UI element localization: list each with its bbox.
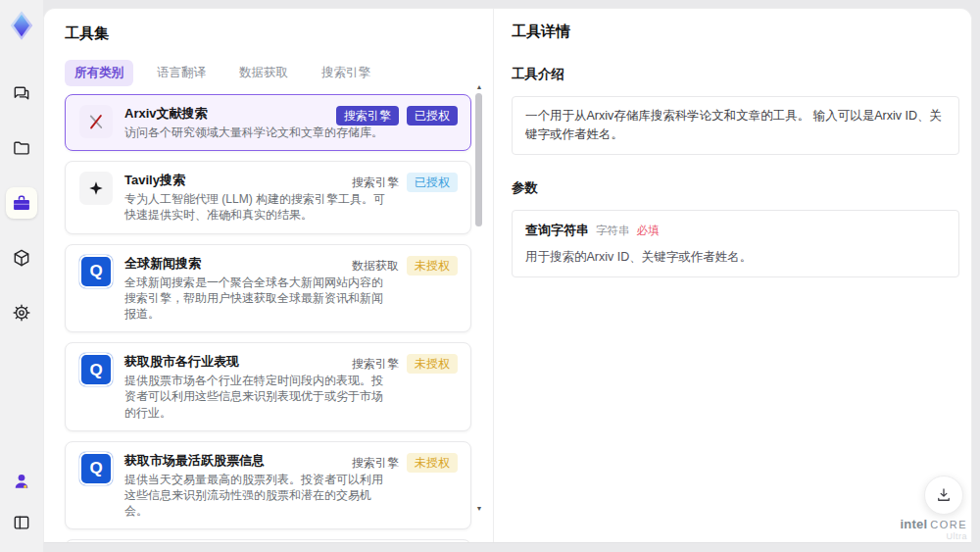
list-scrollbar: ▲ ▼ bbox=[473, 77, 485, 542]
sidebar-item-settings[interactable] bbox=[6, 297, 37, 328]
tool-list: Arxiv文献搜索 访问各个研究领域大量科学论文和文章的存储库。 搜索引擎 已授… bbox=[44, 94, 493, 542]
download-button[interactable] bbox=[924, 476, 963, 515]
scroll-down-arrow-icon[interactable]: ▼ bbox=[473, 505, 485, 512]
download-icon bbox=[935, 486, 953, 504]
sidebar-bottom bbox=[6, 466, 37, 538]
tab-search-engine[interactable]: 搜索引擎 bbox=[312, 60, 380, 86]
panel-toggle-icon bbox=[12, 513, 31, 532]
gem-logo-icon bbox=[6, 10, 37, 41]
tools-list-panel: 工具集 所有类别 语言翻译 数据获取 搜索引擎 Arxiv文献搜索 访问各个研究… bbox=[44, 9, 493, 542]
intel-wordmark: intel bbox=[900, 518, 927, 530]
arxiv-x-icon bbox=[79, 105, 113, 138]
tool-description: 提供股票市场各个行业在特定时间段内的表现。投资者可以利用这些信息来识别表现优于或… bbox=[124, 373, 391, 421]
tab-data-acquisition[interactable]: 数据获取 bbox=[229, 60, 298, 86]
status-badge: 未授权 bbox=[407, 453, 458, 473]
detail-title: 工具详情 bbox=[512, 23, 959, 41]
user-icon bbox=[12, 472, 31, 491]
intel-core-logo: intel CORE Ultra bbox=[900, 518, 967, 541]
status-badge: 未授权 bbox=[407, 256, 458, 276]
status-badge: 已授权 bbox=[407, 173, 458, 192]
tool-card-active-stocks[interactable]: Q 获取市场最活跃股票信息 提供当天交易量最高的股票列表。投资者可以利用这些信息… bbox=[65, 441, 471, 530]
tab-language-translation[interactable]: 语言翻译 bbox=[147, 60, 216, 86]
tool-intro-text: 一个用于从Arxiv存储库搜索科学论文和文章的工具。 输入可以是Arxiv ID… bbox=[512, 96, 959, 155]
param-required-badge: 必填 bbox=[637, 223, 660, 239]
blue-q-icon: Q bbox=[79, 255, 113, 288]
param-name: 查询字符串 bbox=[525, 221, 589, 240]
parameter-item: 查询字符串 字符串 必填 用于搜索的Arxiv ID、关键字或作者姓名。 bbox=[512, 210, 959, 277]
category-badge: 搜索引擎 bbox=[352, 354, 399, 374]
blue-q-icon: Q bbox=[79, 353, 113, 386]
tool-card-regional-news[interactable]: 万维地区新闻查询 查询具体行政区划内的新闻，快速了解各地新闻动态 搜索引擎 未授… bbox=[65, 539, 471, 542]
four-point-star-icon bbox=[79, 172, 113, 205]
sidebar-item-tools[interactable] bbox=[6, 187, 37, 219]
param-type: 字符串 bbox=[596, 223, 630, 239]
sidebar-item-collapse[interactable] bbox=[6, 507, 37, 538]
category-badge: 搜索引擎 bbox=[352, 173, 399, 192]
sidebar-item-models[interactable] bbox=[6, 242, 37, 274]
scrollbar-thumb[interactable] bbox=[475, 93, 482, 226]
folder-icon bbox=[12, 138, 31, 158]
tab-all-categories[interactable]: 所有类别 bbox=[65, 60, 133, 86]
sidebar-nav bbox=[6, 77, 37, 328]
tool-description: 全球新闻搜索是一个聚合全球各大新闻网站内容的搜索引擎，帮助用户快速获取全球最新资… bbox=[124, 275, 391, 323]
tool-description: 专为人工智能代理 (LLM) 构建的搜索引擎工具。可快速提供实时、准确和真实的结… bbox=[124, 191, 391, 223]
main-card: 工具集 所有类别 语言翻译 数据获取 搜索引擎 Arxiv文献搜索 访问各个研究… bbox=[43, 8, 972, 543]
intro-heading: 工具介绍 bbox=[512, 66, 959, 83]
category-badge: 搜索引擎 bbox=[352, 453, 399, 473]
param-description: 用于搜索的Arxiv ID、关键字或作者姓名。 bbox=[525, 248, 946, 267]
app-logo[interactable] bbox=[5, 9, 38, 42]
blue-q-icon: Q bbox=[79, 452, 113, 485]
status-badge: 未授权 bbox=[407, 354, 458, 374]
tool-detail-panel: 工具详情 工具介绍 一个用于从Arxiv存储库搜索科学论文和文章的工具。 输入可… bbox=[493, 9, 971, 542]
sidebar-item-user[interactable] bbox=[6, 466, 37, 497]
page-title: 工具集 bbox=[65, 25, 493, 43]
category-badge: 数据获取 bbox=[352, 256, 399, 276]
tool-description: 访问各个研究领域大量科学论文和文章的存储库。 bbox=[124, 125, 391, 140]
category-tabs: 所有类别 语言翻译 数据获取 搜索引擎 bbox=[65, 60, 493, 86]
toolbox-icon bbox=[12, 193, 31, 213]
status-badge: 已授权 bbox=[407, 106, 458, 125]
sidebar bbox=[0, 0, 43, 552]
tool-card-stock-sectors[interactable]: Q 获取股市各行业表现 提供股票市场各个行业在特定时间段内的表现。投资者可以利用… bbox=[65, 342, 471, 431]
params-heading: 参数 bbox=[512, 179, 959, 197]
sidebar-item-chat[interactable] bbox=[6, 77, 37, 109]
sidebar-item-files[interactable] bbox=[6, 132, 37, 164]
ultra-wordmark: Ultra bbox=[900, 532, 967, 541]
tool-card-tavily[interactable]: Tavily搜索 专为人工智能代理 (LLM) 构建的搜索引擎工具。可快速提供实… bbox=[65, 161, 471, 233]
core-wordmark: CORE bbox=[930, 520, 967, 530]
category-badge: 搜索引擎 bbox=[336, 106, 399, 125]
chat-icon bbox=[12, 83, 31, 103]
scroll-up-arrow-icon[interactable]: ▲ bbox=[473, 83, 485, 90]
tool-description: 提供当天交易量最高的股票列表。投资者可以利用这些信息来识别流动性强的股票和潜在的… bbox=[124, 472, 391, 520]
tool-card-arxiv[interactable]: Arxiv文献搜索 访问各个研究领域大量科学论文和文章的存储库。 搜索引擎 已授… bbox=[65, 94, 471, 151]
gear-icon bbox=[12, 303, 31, 323]
cube-icon bbox=[12, 248, 31, 268]
tool-card-global-news[interactable]: Q 全球新闻搜索 全球新闻搜索是一个聚合全球各大新闻网站内容的搜索引擎，帮助用户… bbox=[65, 244, 471, 333]
